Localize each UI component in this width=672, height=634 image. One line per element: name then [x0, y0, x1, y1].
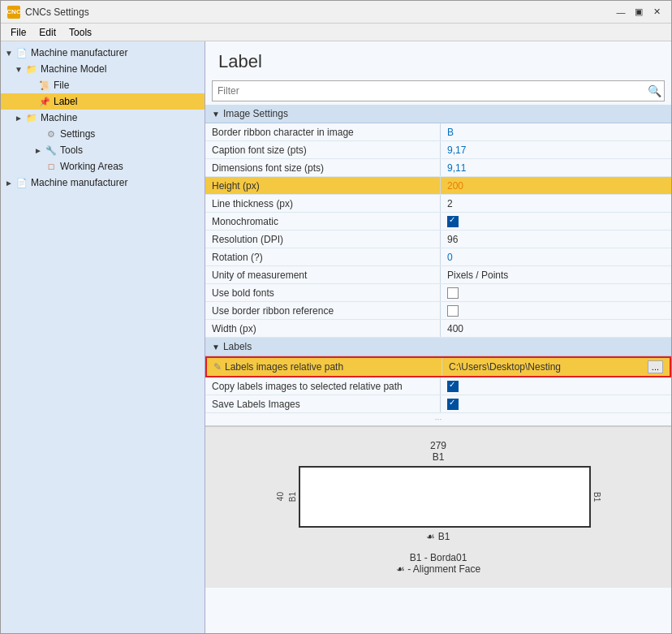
preview-area: 279 B1 40 B1 B1	[205, 425, 671, 588]
section-toggle-icon: ▼	[212, 110, 220, 119]
expand-icon: ▼	[14, 64, 24, 74]
section-label: Image Settings	[223, 108, 288, 119]
prop-name: ✎ Labels images relative path	[207, 358, 442, 376]
prop-value[interactable]	[441, 213, 671, 230]
tree-item-settings[interactable]: ⚙ Settings	[1, 126, 205, 142]
prop-row-border-ribbon-ref: Use border ribbon reference	[205, 302, 671, 320]
prop-row-labels-path: ✎ Labels images relative path C:\Users\D…	[205, 356, 671, 377]
tree-item-working-areas[interactable]: □ Working Areas	[1, 158, 205, 175]
preview-right-label: B1	[592, 492, 601, 502]
folder-icon: 📁	[25, 111, 38, 124]
tree-item-machine-model[interactable]: ▼ 📁 Machine Model	[1, 61, 205, 77]
filter-bar: 🔍	[212, 80, 665, 101]
prop-value[interactable]: 400	[441, 320, 671, 337]
menu-tools[interactable]: Tools	[62, 25, 98, 40]
section-toggle-icon: ▼	[212, 343, 220, 352]
filter-input[interactable]	[213, 83, 644, 99]
prop-name: Copy labels images to selected relative …	[205, 377, 441, 395]
browse-button[interactable]: ...	[648, 360, 663, 373]
checkbox-monochromatic[interactable]	[447, 216, 459, 227]
dots-divider: ···	[205, 413, 671, 425]
prop-row-monochromatic: Monochromatic	[205, 213, 671, 231]
restore-button[interactable]: ▣	[631, 5, 647, 19]
preview-bottom-label: ☙ B1	[426, 531, 450, 542]
prop-name: Border ribbon character in image	[205, 123, 441, 140]
prop-name: Resolution (DPI)	[205, 231, 441, 248]
tree-item-machine-manufacturer-2[interactable]: ► 📄 Machine manufacturer	[1, 175, 205, 191]
panel-title: Label	[205, 41, 671, 77]
prop-value[interactable]: Pixels / Points	[441, 266, 671, 283]
prop-row-border-ribbon: Border ribbon character in image B	[205, 123, 671, 141]
prop-row-line-thickness: Line thickness (px) 2	[205, 195, 671, 213]
prop-row-dimensions-font: Dimensions font size (pts) 9,11	[205, 159, 671, 177]
gear-icon: ⚙	[45, 127, 58, 140]
properties-area: ▼ Image Settings Border ribbon character…	[205, 105, 671, 633]
prop-name: Width (px)	[205, 320, 441, 337]
menu-file[interactable]: File	[4, 25, 32, 40]
prop-value[interactable]	[441, 377, 671, 395]
prop-value[interactable]: 200	[441, 177, 671, 194]
window-controls: ― ▣ ✕	[613, 5, 665, 19]
label-icon: 📌	[38, 95, 51, 108]
tree-item-machine2[interactable]: ► 📁 Machine	[1, 110, 205, 126]
preview-box-container: 40 B1 B1	[276, 466, 601, 528]
prop-value[interactable]: C:\Users\Desktop\Nesting ...	[442, 358, 670, 376]
section-image-settings[interactable]: ▼ Image Settings	[205, 105, 671, 123]
tree-label: Machine manufacturer	[31, 177, 127, 188]
prop-name: Line thickness (px)	[205, 195, 441, 212]
prop-value[interactable]	[441, 284, 671, 301]
prop-value[interactable]: B	[441, 123, 671, 140]
tree-label: Machine	[41, 112, 77, 123]
prop-value[interactable]: 2	[441, 195, 671, 212]
tree-item-label[interactable]: 📌 Label	[1, 93, 205, 110]
prop-row-copy-labels: Copy labels images to selected relative …	[205, 377, 671, 395]
main-content: ▼ 📄 Machine manufacturer ▼ 📁 Machine Mod…	[1, 41, 671, 633]
edit-icon: ✎	[213, 361, 222, 373]
checkbox-save-labels[interactable]	[447, 399, 459, 410]
tools-icon: 🔧	[45, 144, 58, 157]
tree-item-tools[interactable]: ► 🔧 Tools	[1, 142, 205, 158]
expand-icon: ▼	[4, 48, 14, 58]
prop-row-save-labels: Save Labels Images	[205, 395, 671, 413]
checkbox-bold-fonts[interactable]	[447, 287, 459, 299]
prop-value[interactable]: 0	[441, 248, 671, 265]
path-value: C:\Users\Desktop\Nesting	[449, 361, 561, 373]
prop-row-height: Height (px) 200	[205, 177, 671, 195]
expand-icon: ►	[33, 145, 43, 155]
app-icon: CNC	[7, 6, 20, 19]
search-icon: 🔍	[644, 81, 664, 101]
tree-label: Machine manufacturer	[31, 47, 127, 58]
expand-icon: ►	[4, 178, 14, 188]
areas-icon: □	[45, 160, 58, 173]
preview-sub-area: B1 - Borda01 ☙ - Alignment Face	[396, 552, 480, 575]
minimize-button[interactable]: ―	[613, 5, 629, 19]
prop-name: Height (px)	[205, 177, 441, 194]
prop-value[interactable]: 9,17	[441, 141, 671, 158]
prop-name: Use bold fonts	[205, 284, 441, 301]
preview-left-top-label: 40	[276, 492, 285, 501]
prop-value[interactable]: 9,11	[441, 159, 671, 176]
tree-label: Machine Model	[41, 63, 106, 75]
pc-icon: 📄	[15, 176, 28, 189]
prop-row-unity: Unity of measurement Pixels / Points	[205, 266, 671, 284]
prop-value[interactable]	[441, 395, 671, 412]
prop-row-bold-fonts: Use bold fonts	[205, 284, 671, 302]
tree-item-file[interactable]: 📜 File	[1, 77, 205, 93]
tree-item-machine-manufacturer-root[interactable]: ▼ 📄 Machine manufacturer	[1, 45, 205, 61]
prop-name: Save Labels Images	[205, 395, 441, 412]
prop-value[interactable]	[441, 302, 671, 319]
tree-panel: ▼ 📄 Machine manufacturer ▼ 📁 Machine Mod…	[1, 41, 205, 633]
checkbox-copy-labels[interactable]	[447, 381, 459, 392]
preview-left-label: B1	[288, 492, 297, 502]
prop-name: Unity of measurement	[205, 266, 441, 283]
prop-name: Dimensions font size (pts)	[205, 159, 441, 176]
prop-name: Caption font size (pts)	[205, 141, 441, 158]
prop-value[interactable]: 96	[441, 231, 671, 248]
menu-edit[interactable]: Edit	[32, 25, 62, 40]
preview-sub-label1: B1 - Borda01	[396, 552, 480, 563]
close-button[interactable]: ✕	[648, 5, 665, 19]
section-labels[interactable]: ▼ Labels	[205, 338, 671, 356]
app-window: CNC CNCs Settings ― ▣ ✕ File Edit Tools …	[0, 0, 672, 634]
prop-row-width: Width (px) 400	[205, 320, 671, 338]
checkbox-border-ribbon-ref[interactable]	[447, 305, 459, 317]
